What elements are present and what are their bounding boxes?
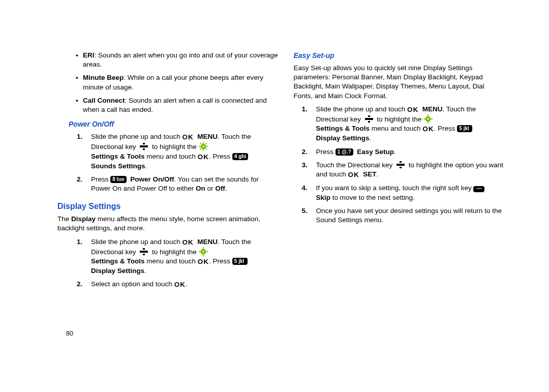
svg-rect-4 (199, 146, 201, 147)
settings-tools-label: Settings & Tools (316, 125, 370, 132)
step-text: Slide the phone up and touch (91, 133, 182, 140)
step-number: 1. (77, 237, 82, 247)
directional-key-icon: OK (138, 248, 150, 255)
svg-rect-14 (199, 251, 201, 252)
display-settings-heading: Display Settings (57, 201, 279, 212)
svg-point-11 (202, 251, 204, 253)
step-text: . (377, 170, 379, 178)
step-text: . (394, 148, 396, 156)
key-5-icon: 5 jkl (457, 125, 472, 132)
on-label: On (196, 185, 205, 192)
svg-rect-12 (203, 247, 204, 249)
display-intro: The Display menu affects the menu style,… (57, 215, 279, 233)
svg-point-17 (427, 118, 430, 120)
power-steps: 1. Slide the phone up and touch OK MENU.… (91, 132, 279, 193)
step-text: . (186, 280, 188, 288)
right-column: Easy Set-up Easy Set-up allows you to qu… (294, 51, 529, 294)
step-text: menu and touch (145, 153, 198, 160)
step-text: or (205, 185, 216, 192)
step-5: 5. Once you have set your desired settin… (316, 206, 504, 225)
ok-icon: OK (174, 280, 186, 289)
step-text: . Press (209, 257, 232, 265)
bullet-text: : Sounds an alert when you go into and o… (83, 51, 278, 68)
easy-setup-heading: Easy Set-up (294, 51, 504, 61)
directional-key-icon: OK (138, 143, 150, 150)
step-text: to highlight the (377, 115, 424, 123)
power-onoff-heading: Power On/Off (69, 119, 279, 129)
svg-rect-18 (428, 114, 429, 116)
ok-icon: OK (407, 105, 418, 114)
directional-key-icon: OK (394, 161, 407, 168)
alert-bullet-list: ERI: Sounds an alert when you go into an… (83, 51, 279, 114)
key-5-icon: 5 jkl (232, 258, 248, 265)
step-text: Touch the Directional key (316, 161, 395, 169)
page-number: 80 (66, 330, 73, 337)
display-settings-label: Display Settings (91, 267, 144, 275)
gear-icon (199, 142, 208, 151)
step-number: 1. (302, 105, 308, 114)
left-column: ERI: Sounds an alert when you go into an… (20, 51, 279, 294)
svg-rect-13 (203, 254, 204, 256)
step-number: 1. (77, 132, 82, 141)
settings-tools-label: Settings & Tools (91, 153, 145, 160)
step-text: menu and touch (145, 257, 198, 265)
step-text: Slide the phone up and touch (91, 238, 182, 246)
svg-rect-5 (206, 146, 208, 147)
svg-point-1 (202, 145, 204, 148)
step-4: 4. If you want to skip a setting, touch … (316, 184, 504, 202)
key-1-icon: 1 @.? (336, 148, 353, 156)
key-4-icon: 4 ghi (232, 153, 248, 160)
step-number: 3. (302, 161, 308, 170)
step-text: Slide the phone up and touch (316, 105, 407, 113)
gear-icon (199, 247, 208, 256)
step-number: 5. (302, 206, 308, 216)
step-text: Once you have set your desired settings … (316, 207, 502, 224)
svg-rect-3 (203, 149, 204, 152)
bullet-item: ERI: Sounds an alert when you go into an… (83, 51, 279, 69)
term: Call Connect (83, 97, 125, 104)
ok-icon: OK (182, 133, 193, 142)
easy-setup-intro: Easy Set-up allows you to quickly set ni… (294, 64, 504, 101)
ok-icon: OK (198, 257, 209, 266)
right-soft-key-icon: — (473, 186, 484, 192)
step-text: menu and touch (370, 125, 422, 132)
step-number: 2. (77, 280, 82, 289)
menu-label: MENU (197, 133, 218, 140)
step-number: 2. (77, 175, 82, 184)
sounds-settings-label: Sounds Settings (91, 162, 145, 170)
step-1: 1. Slide the phone up and touch OK MENU.… (91, 237, 279, 276)
term: ERI (83, 51, 95, 59)
svg-rect-19 (428, 122, 429, 124)
step-text: Press (91, 175, 110, 183)
power-onoff-label: Power On/Off (130, 175, 174, 183)
easy-setup-steps: 1. Slide the phone up and touch OK MENU.… (316, 105, 504, 225)
step-text: Select an option and touch (91, 280, 174, 288)
step-2: 2. Press 8 tuv Power On/Off. You can set… (91, 175, 279, 193)
key-8-icon: 8 tuv (110, 176, 126, 183)
step-number: 2. (302, 147, 308, 157)
bullet-item: Call Connect: Sounds an alert when a cal… (83, 96, 279, 114)
directional-key-icon: OK (363, 115, 375, 123)
ok-icon: OK (198, 153, 209, 162)
svg-rect-9 (200, 148, 201, 150)
ok-icon: OK (348, 170, 359, 179)
step-number: 4. (302, 184, 308, 193)
step-text: Press (316, 148, 336, 156)
svg-rect-2 (203, 142, 204, 144)
step-text: to highlight the (152, 143, 199, 150)
step-1: 1. Slide the phone up and touch OK MENU.… (316, 105, 504, 143)
svg-rect-15 (206, 251, 208, 252)
easy-setup-label: Easy Setup (357, 148, 394, 156)
svg-rect-6 (200, 143, 201, 144)
gear-icon (423, 114, 433, 124)
step-2: 2. Select an option and touch OK. (91, 280, 279, 289)
ok-icon: OK (182, 238, 193, 247)
settings-tools-label: Settings & Tools (91, 257, 145, 265)
step-text: . Press (209, 153, 232, 160)
menu-label: MENU (422, 105, 443, 113)
step-2: 2. Press 1 @.? Easy Setup. (316, 147, 504, 157)
term: Minute Beep (83, 74, 124, 81)
off-label: Off (215, 185, 225, 192)
step-text: to move to the next setting. (332, 194, 415, 201)
step-1: 1. Slide the phone up and touch OK MENU.… (91, 132, 279, 171)
